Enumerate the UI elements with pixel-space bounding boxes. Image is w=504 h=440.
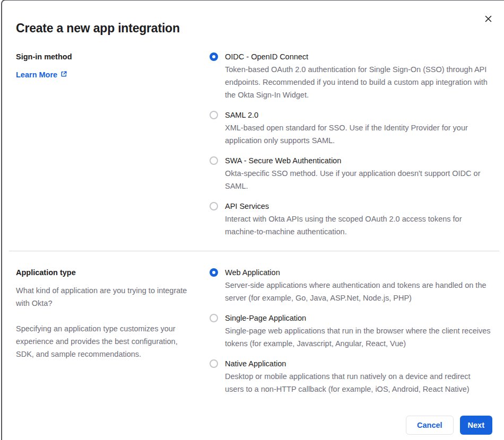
option-label: Native Application (225, 357, 491, 370)
close-icon (484, 15, 492, 24)
application-type-section: Application type What kind of applicatio… (16, 266, 492, 395)
option-description: Desktop or mobile applications that run … (225, 370, 491, 395)
signin-option-saml[interactable]: SAML 2.0 XML-based open standard for SSO… (210, 109, 492, 147)
close-button[interactable] (481, 12, 496, 27)
signin-method-options: OIDC - OpenID Connect Token-based OAuth … (210, 50, 492, 238)
option-label: SAML 2.0 (225, 109, 491, 121)
create-app-integration-dialog: Create a new app integration Sign-in met… (1, 0, 504, 440)
external-link-icon (60, 68, 67, 81)
apptype-option-web[interactable]: Web Application Server-side applications… (210, 266, 492, 304)
option-label: Single-Page Application (225, 312, 491, 324)
radio-swa[interactable] (210, 156, 218, 165)
next-button[interactable]: Next (460, 416, 492, 435)
dialog-footer: Cancel Next (16, 416, 492, 435)
radio-api-services[interactable] (210, 202, 218, 210)
signin-option-oidc[interactable]: OIDC - OpenID Connect Token-based OAuth … (210, 50, 492, 101)
signin-option-api-services[interactable]: API Services Interact with Okta APIs usi… (210, 200, 492, 238)
option-label: OIDC - OpenID Connect (225, 50, 491, 63)
option-label: SWA - Secure Web Authentication (225, 154, 491, 167)
application-type-explanation: Specifying an application type customize… (16, 322, 195, 360)
learn-more-link[interactable]: Learn More (16, 68, 67, 81)
section-divider (9, 251, 499, 251)
radio-oidc-selected[interactable] (210, 52, 218, 61)
option-description: XML-based open standard for SSO. Use if … (225, 121, 491, 147)
option-description: Server-side applications where authentic… (225, 279, 491, 304)
radio-saml[interactable] (210, 111, 218, 119)
application-type-options: Web Application Server-side applications… (210, 266, 492, 395)
signin-option-swa[interactable]: SWA - Secure Web Authentication Okta-spe… (210, 154, 492, 192)
option-description: Single-page web applications that run in… (225, 324, 491, 350)
cancel-button[interactable]: Cancel (406, 416, 454, 435)
application-type-label: Application type (16, 266, 195, 279)
option-description: Okta-specific SSO method. Use if your ap… (225, 167, 491, 192)
apptype-option-spa[interactable]: Single-Page Application Single-page web … (210, 312, 492, 350)
learn-more-label: Learn More (16, 68, 57, 81)
option-description: Interact with Okta APIs using the scoped… (225, 213, 491, 238)
apptype-option-native[interactable]: Native Application Desktop or mobile app… (210, 357, 492, 395)
signin-method-label: Sign-in method (16, 50, 195, 63)
radio-native[interactable] (210, 359, 218, 368)
option-description: Token-based OAuth 2.0 authentication for… (225, 63, 491, 101)
option-label: Web Application (225, 266, 491, 279)
dialog-title: Create a new app integration (16, 21, 492, 36)
radio-web-selected[interactable] (210, 268, 218, 277)
radio-spa[interactable] (210, 314, 218, 322)
signin-method-section: Sign-in method Learn More (16, 50, 492, 238)
application-type-question: What kind of application are you trying … (16, 284, 195, 310)
option-label: API Services (225, 200, 491, 213)
